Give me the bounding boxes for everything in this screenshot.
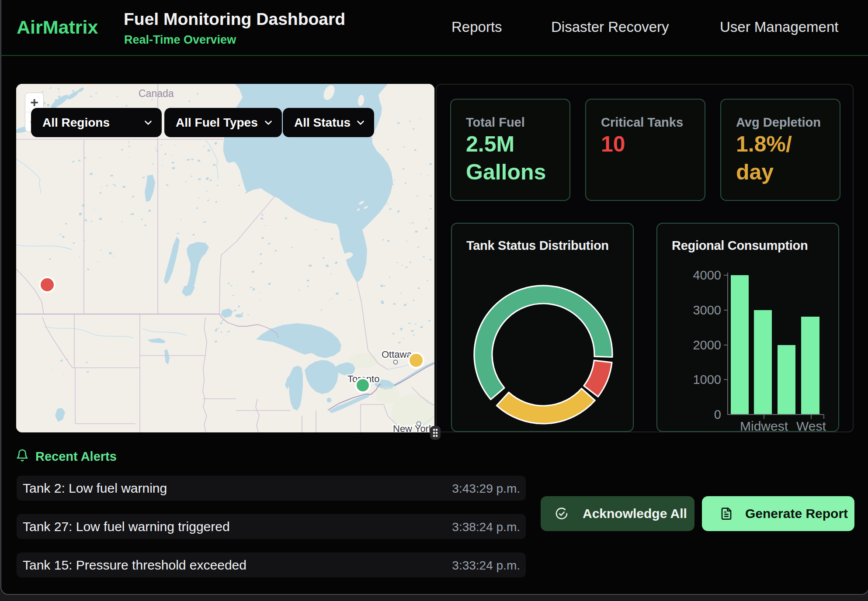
svg-text:2000: 2000: [693, 338, 721, 352]
svg-text:4000: 4000: [693, 268, 721, 282]
svg-text:Canada: Canada: [139, 88, 174, 99]
svg-text:0: 0: [714, 408, 721, 421]
svg-text:West: West: [796, 419, 826, 433]
svg-text:Ottawa: Ottawa: [382, 349, 412, 360]
svg-text:Midwest: Midwest: [740, 419, 788, 433]
svg-text:1000: 1000: [693, 373, 721, 387]
svg-text:3000: 3000: [693, 303, 721, 317]
svg-text:New York: New York: [393, 423, 434, 432]
